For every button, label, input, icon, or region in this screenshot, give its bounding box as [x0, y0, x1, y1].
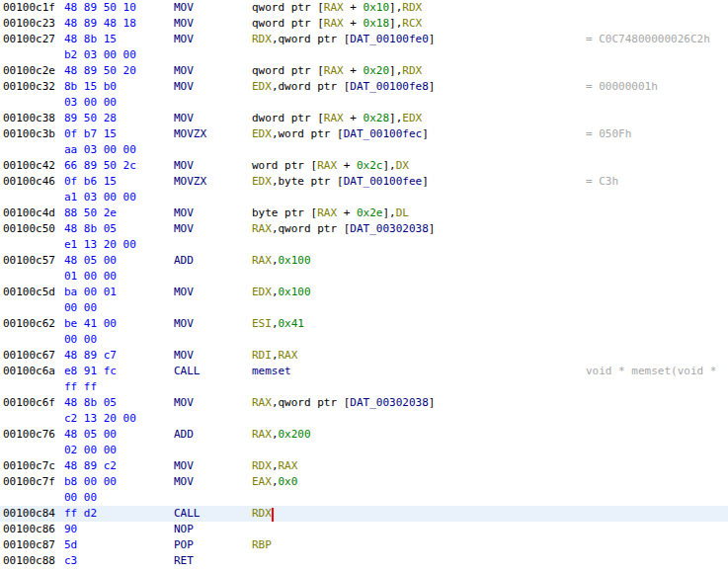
byte-continuation-row[interactable]: ff ff [0, 379, 728, 395]
operands: RAX,0x200 [252, 427, 311, 443]
byte-values: 00 00 [64, 490, 97, 506]
operand-token-label: memset [252, 365, 291, 377]
operand-token-register: RAX [324, 64, 344, 77]
operand-token-scalar: 0x100 [279, 286, 311, 298]
byte-values: 48 89 c2 [64, 458, 117, 474]
eol-comment: = 00000001h [586, 79, 658, 95]
instruction-row[interactable]: 00100c6748 89 c7MOVRDI,RAX [0, 348, 728, 364]
byte-values: a1 03 00 00 [64, 190, 136, 205]
instruction-row[interactable]: 00100c460f b6 15MOVZXEDX,byte ptr [DAT_0… [0, 174, 728, 190]
byte-values: 48 89 50 20 [64, 63, 136, 79]
operand-token-plain: , [272, 317, 279, 330]
byte-values: e8 91 fc [64, 364, 117, 379]
address: 00100c87 [3, 537, 55, 553]
instruction-row[interactable]: 00100c6ae8 91 fcCALLmemsetvoid * memset(… [0, 364, 728, 379]
instruction-row[interactable]: 00100c1f48 89 50 10MOVqword ptr [RAX + 0… [0, 0, 728, 16]
instruction-row[interactable]: 00100c7fb8 00 00MOVEAX,0x0 [0, 474, 728, 490]
operands: qword ptr [RAX + 0x20],RDX [252, 63, 422, 79]
operand-token-plain: + [344, 17, 364, 30]
byte-values: ff d2 [64, 506, 97, 522]
operands: RAX,qword ptr [DAT_00302038] [252, 221, 435, 237]
operand-token-plain: ], [389, 17, 402, 30]
byte-continuation-row[interactable]: 03 00 00 [0, 95, 728, 111]
operand-token-plain: ,qword ptr [ [272, 33, 350, 45]
operands: ESI,0x41 [252, 316, 304, 332]
byte-values: 48 8b 05 [64, 395, 117, 411]
instruction-row[interactable]: 00100c7648 05 00ADDRAX,0x200 [0, 427, 728, 443]
instruction-row[interactable]: 00100c4d88 50 2eMOVbyte ptr [RAX + 0x2e]… [0, 205, 728, 221]
instruction-row[interactable]: 00100c88c3RET [0, 553, 728, 569]
operands: EDX,0x100 [252, 285, 311, 300]
byte-values: 0f b7 15 [64, 126, 117, 142]
mnemonic: MOV [174, 474, 194, 490]
byte-values: 48 8b 15 [64, 32, 117, 47]
instruction-row[interactable]: 00100c3889 50 28MOVdword ptr [RAX + 0x28… [0, 111, 728, 126]
byte-values: ff ff [64, 379, 97, 395]
address: 00100c5d [3, 285, 55, 300]
instruction-row[interactable]: 00100c62be 41 00MOVESI,0x41 [0, 316, 728, 332]
operand-token-plain: , [272, 349, 279, 362]
operand-token-plain: ,dword ptr [ [272, 80, 350, 93]
byte-continuation-row[interactable]: aa 03 00 00 [0, 142, 728, 158]
operands: word ptr [RAX + 0x2c],DX [252, 158, 409, 174]
instruction-row[interactable]: 00100c7c48 89 c2MOVRDX,RAX [0, 458, 728, 474]
instruction-row[interactable]: 00100c6f48 8b 05MOVRAX,qword ptr [DAT_00… [0, 395, 728, 411]
mnemonic: MOV [174, 205, 194, 221]
instruction-row[interactable]: 00100c5748 05 00ADDRAX,0x100 [0, 253, 728, 269]
byte-continuation-row[interactable]: b2 03 00 00 [0, 47, 728, 63]
instruction-row[interactable]: 00100c3b0f b7 15MOVZXEDX,word ptr [DAT_0… [0, 126, 728, 142]
operand-token-register: RAX [252, 428, 272, 441]
operand-token-register: RAX [252, 254, 272, 267]
instruction-row[interactable]: 00100c2e48 89 50 20MOVqword ptr [RAX + 0… [0, 63, 728, 79]
byte-continuation-row[interactable]: 01 00 00 [0, 269, 728, 285]
byte-continuation-row[interactable]: 00 00 [0, 490, 728, 506]
instruction-row[interactable]: 00100c84ff d2CALLRDX [0, 506, 728, 522]
operands: RDX,qword ptr [DAT_00100fe0] [252, 32, 435, 47]
byte-continuation-row[interactable]: a1 03 00 00 [0, 190, 728, 205]
byte-continuation-row[interactable]: c2 13 20 00 [0, 411, 728, 427]
instruction-row[interactable]: 00100c5048 8b 05MOVRAX,qword ptr [DAT_00… [0, 221, 728, 237]
byte-continuation-row[interactable]: 00 00 [0, 300, 728, 316]
byte-values: 89 50 28 [64, 111, 117, 126]
operand-token-scalar: 0x10 [364, 1, 390, 14]
instruction-row[interactable]: 00100c2348 89 48 18MOVqword ptr [RAX + 0… [0, 16, 728, 32]
operands: RAX,qword ptr [DAT_00302038] [252, 395, 435, 411]
address: 00100c4d [3, 205, 55, 221]
operand-token-label: DAT_00302038 [350, 396, 428, 409]
instruction-row[interactable]: 00100c8690NOP [0, 522, 728, 537]
instruction-row[interactable]: 00100c4266 89 50 2cMOVword ptr [RAX + 0x… [0, 158, 728, 174]
instruction-row[interactable]: 00100c5dba 00 01MOVEDX,0x100 [0, 285, 728, 300]
eol-comment: = 050Fh [586, 126, 631, 142]
mnemonic: CALL [174, 506, 201, 522]
byte-values: 48 89 c7 [64, 348, 117, 364]
operand-token-register: RDX [252, 507, 272, 520]
instruction-row[interactable]: 00100c328b 15 b0MOVEDX,dword ptr [DAT_00… [0, 79, 728, 95]
byte-values: 02 00 00 [64, 443, 117, 458]
mnemonic: MOV [174, 285, 194, 300]
operand-token-register: EDX [252, 175, 272, 188]
address: 00100c7c [3, 458, 55, 474]
operand-token-plain: ], [382, 159, 395, 172]
mnemonic: MOV [174, 316, 194, 332]
operands: memset [252, 364, 291, 379]
byte-values: 90 [64, 522, 77, 537]
instruction-row[interactable]: 00100c2748 8b 15MOVRDX,qword ptr [DAT_00… [0, 32, 728, 47]
address: 00100c38 [3, 111, 55, 126]
address: 00100c6f [3, 395, 55, 411]
operand-token-plain: ], [382, 206, 395, 219]
instruction-row[interactable]: 00100c875dPOPRBP [0, 537, 728, 553]
operand-token-plain: ,qword ptr [ [272, 396, 350, 409]
byte-values: 88 50 2e [64, 205, 117, 221]
address: 00100c23 [3, 16, 55, 32]
byte-continuation-row[interactable]: e1 13 20 00 [0, 237, 728, 253]
operand-token-plain: ], [389, 1, 402, 14]
address: 00100c57 [3, 253, 55, 269]
byte-values: 48 89 50 10 [64, 0, 136, 16]
byte-continuation-row[interactable]: 00 00 [0, 332, 728, 348]
operands: RDX,RAX [252, 458, 297, 474]
byte-continuation-row[interactable]: 02 00 00 [0, 443, 728, 458]
operands: EAX,0x0 [252, 474, 297, 490]
operand-token-register: RAX [317, 206, 337, 219]
operand-token-plain: dword ptr [ [252, 112, 324, 124]
mnemonic: MOV [174, 0, 194, 16]
